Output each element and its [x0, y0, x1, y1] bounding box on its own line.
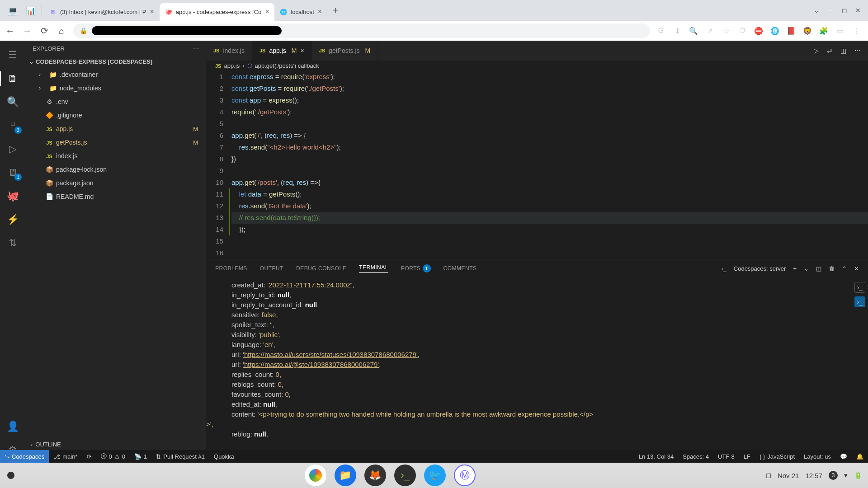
extension-icon[interactable]: 🌐: [770, 26, 779, 35]
battery-icon[interactable]: 🔋: [854, 471, 863, 479]
git-branch[interactable]: ⎇main*: [49, 450, 82, 463]
file-tree-app.js[interactable]: JSapp.jsM: [25, 122, 206, 136]
more-icon[interactable]: ⋯: [193, 45, 199, 52]
problems-status[interactable]: ⓧ0 ⚠0: [96, 450, 130, 463]
feedback-icon[interactable]: 💬: [835, 450, 852, 463]
file-tree-.gitignore[interactable]: 🔶.gitignore: [25, 108, 206, 122]
editor-tab-app.js[interactable]: JSapp.jsM×: [252, 41, 312, 61]
browser-tab-codespaces[interactable]: 🐙 app.js - codespaces-express [Co ×: [160, 3, 275, 21]
extension-icon[interactable]: 🦁: [803, 26, 812, 35]
explorer-icon[interactable]: 🗎: [5, 71, 20, 86]
extension-icon[interactable]: 🧩: [819, 26, 828, 35]
port-status[interactable]: 📡1: [130, 450, 151, 463]
home-button[interactable]: ⌂: [56, 25, 67, 36]
forward-button[interactable]: →: [22, 25, 33, 36]
window-close-icon[interactable]: ✕: [855, 7, 861, 14]
pull-request-status[interactable]: ⇅Pull Request #1: [151, 450, 209, 463]
github-icon[interactable]: 🐙: [5, 189, 20, 203]
extension-icon[interactable]: 📕: [787, 26, 796, 35]
add-terminal-icon[interactable]: +: [793, 265, 797, 272]
codespaces-status[interactable]: ⇋Codespaces: [0, 450, 49, 463]
files-app-icon[interactable]: 📁: [335, 465, 356, 486]
quokka-status[interactable]: Quokka: [209, 450, 239, 463]
reload-button[interactable]: ⟳: [39, 25, 50, 36]
indentation[interactable]: Spaces: 4: [678, 450, 713, 463]
pinned-tab-1[interactable]: 💻: [5, 3, 21, 19]
file-tree-package-lock.json[interactable]: 📦package-lock.json: [25, 163, 206, 176]
mastodon-app-icon[interactable]: Ⓜ: [454, 465, 476, 486]
extension-icon[interactable]: ⋮: [852, 26, 861, 35]
run-icon[interactable]: ▷: [814, 47, 819, 54]
split-terminal-icon[interactable]: ◫: [816, 265, 821, 272]
language-mode[interactable]: { } JavaScript: [755, 450, 799, 463]
editor-tab-index.js[interactable]: JSindex.js: [206, 41, 252, 61]
file-tree-package.json[interactable]: 📦package.json: [25, 176, 206, 190]
panel-tab-terminal[interactable]: TERMINAL: [359, 264, 388, 273]
launcher-icon[interactable]: [7, 472, 14, 479]
terminal-output[interactable]: created_at: '2022-11-21T17:55:24.000Z', …: [206, 277, 868, 463]
url-input[interactable]: 🔒: [73, 23, 650, 38]
terminal-active-icon[interactable]: ›_: [854, 296, 865, 307]
close-icon[interactable]: ×: [150, 8, 154, 16]
run-debug-icon[interactable]: ▷: [5, 142, 20, 156]
quokka-icon[interactable]: ⚡: [5, 212, 20, 227]
terminal-command-icon[interactable]: ›_: [854, 282, 865, 293]
extension-icon[interactable]: 🔍: [689, 26, 698, 35]
pinned-tab-2[interactable]: 📊: [23, 3, 39, 19]
more-icon[interactable]: ⋯: [854, 47, 861, 54]
bell-icon[interactable]: 🔔: [852, 450, 868, 463]
chevron-down-icon[interactable]: ⌄: [814, 7, 819, 14]
panel-tab-comments[interactable]: COMMENTS: [443, 265, 477, 272]
file-tree-.env[interactable]: ⚙.env: [25, 95, 206, 108]
panel-tab-output[interactable]: OUTPUT: [260, 265, 283, 272]
split-icon[interactable]: ◫: [840, 47, 846, 54]
menu-icon[interactable]: ☰: [5, 48, 20, 62]
extension-icon[interactable]: ⏱: [738, 26, 747, 35]
compare-icon[interactable]: ⇄: [827, 47, 832, 54]
cursor-position[interactable]: Ln 13, Col 34: [634, 450, 678, 463]
browser-tab-inbox[interactable]: ✉ (3) Inbox | kevin@kctofel.com | P ×: [44, 3, 160, 21]
wifi-icon[interactable]: ▾: [844, 471, 848, 479]
terminal-app-icon[interactable]: ›_: [394, 465, 416, 486]
trash-icon[interactable]: 🗑: [829, 265, 835, 272]
file-tree-README.md[interactable]: 📄README.md: [25, 190, 206, 203]
notification-badge[interactable]: 3: [829, 471, 838, 480]
extension-icon[interactable]: ⛔: [754, 26, 763, 35]
layout-status[interactable]: Layout: us: [799, 450, 835, 463]
file-tree-index.js[interactable]: JSindex.js: [25, 149, 206, 163]
twitter-app-icon[interactable]: 🐦: [424, 465, 446, 486]
file-tree-getPosts.js[interactable]: JSgetPosts.jsM: [25, 136, 206, 149]
close-icon[interactable]: ×: [300, 47, 304, 54]
extension-icon[interactable]: G: [656, 26, 665, 35]
chevron-up-icon[interactable]: ⌃: [842, 265, 847, 272]
new-tab-button[interactable]: +: [327, 5, 344, 16]
close-panel-icon[interactable]: ✕: [854, 265, 859, 272]
code-editor[interactable]: 12345678910111213141516 const express = …: [206, 71, 868, 259]
tray-icon[interactable]: ◻: [766, 471, 771, 479]
extension-icon[interactable]: ▭: [835, 26, 844, 35]
remote-explorer-icon[interactable]: 🖥1: [5, 165, 20, 180]
pull-request-icon[interactable]: ⇅: [5, 236, 20, 250]
outline-panel[interactable]: ›OUTLINE: [25, 438, 206, 450]
sync-icon[interactable]: ⟳: [82, 450, 96, 463]
eol[interactable]: LF: [739, 450, 755, 463]
terminal-name[interactable]: Codespaces: server: [734, 265, 786, 272]
panel-tab-problems[interactable]: PROBLEMS: [215, 265, 247, 272]
breadcrumb[interactable]: JS app.js › ⬡ app.get('/posts') callback: [206, 61, 868, 71]
encoding[interactable]: UTF-8: [713, 450, 739, 463]
panel-tab-debug-console[interactable]: DEBUG CONSOLE: [296, 265, 346, 272]
browser-tab-localhost[interactable]: 🌐 localhost ×: [274, 3, 327, 21]
maximize-icon[interactable]: ◻: [842, 7, 847, 14]
account-icon[interactable]: 👤: [5, 419, 20, 434]
firefox-app-icon[interactable]: 🦊: [364, 465, 386, 486]
file-tree-node_modules[interactable]: ›📁node_modules: [25, 81, 206, 95]
extension-icon[interactable]: ⬇: [673, 26, 682, 35]
editor-tab-getPosts.js[interactable]: JSgetPosts.jsM: [312, 41, 378, 61]
back-button[interactable]: ←: [5, 25, 15, 36]
chrome-app-icon[interactable]: [305, 465, 326, 486]
close-icon[interactable]: ×: [318, 8, 322, 16]
extension-icon[interactable]: ☆: [722, 26, 731, 35]
chevron-down-icon[interactable]: ⌄: [804, 265, 809, 272]
project-header[interactable]: ⌄ CODESPACES-EXPRESS [CODESPACES]: [25, 56, 206, 67]
close-icon[interactable]: ×: [265, 8, 269, 16]
